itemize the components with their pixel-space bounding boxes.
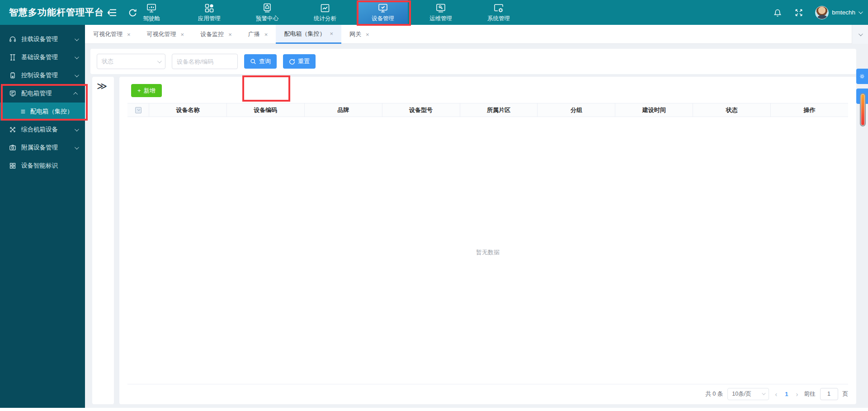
column-header-group[interactable]: 分组 [538,103,615,117]
goto-label: 前往 [804,390,816,398]
avatar [815,6,829,19]
empty-data-text: 暂无数据 [119,248,856,257]
tab-visualization-2[interactable]: 可视化管理× [139,25,193,44]
close-icon[interactable]: × [127,31,131,38]
select-all-checkbox[interactable] [135,107,142,113]
query-button[interactable]: 查询 [244,54,277,69]
page-unit: 页 [843,390,849,398]
tree-collapse-panel: ≫ [92,77,114,404]
pole-icon [9,54,16,61]
current-page[interactable]: 1 [783,391,790,397]
app-grid-icon [204,3,215,14]
system-gear-icon [493,3,504,14]
refresh-icon [289,58,295,65]
total-count: 共 0 条 [705,390,723,398]
tab-broadcast[interactable]: 广播× [240,25,276,44]
status-select[interactable]: 状态 [97,54,165,69]
chevron-down-icon [75,37,79,41]
column-header-actions[interactable]: 操作 [771,103,848,117]
nav-item-cockpit[interactable]: 驾驶舱 [127,0,176,25]
headset-icon [9,36,16,43]
content-area: 状态 查询 重置 ≫ + 新增 设备名称 设备编码 品牌 [85,44,868,408]
column-header-device-name[interactable]: 设备名称 [149,103,227,117]
app-title: 智慧多功能杆管理平台 [9,0,104,25]
chevron-down-icon [75,73,79,77]
ops-tool-icon [435,3,446,14]
controller-icon [9,72,16,79]
camera-icon [9,144,16,151]
sidebar-item-smart-id[interactable]: 设备智能标识 [0,157,85,175]
alert-center-icon [262,3,273,14]
next-page-button[interactable]: › [795,390,800,398]
sidebar-subitem-power-box-central[interactable]: 配电箱（集控） [0,103,85,121]
chevron-down-icon [75,55,79,59]
close-icon[interactable]: × [264,31,268,38]
dashboard-monitor-icon [146,3,157,14]
search-input[interactable] [172,54,238,69]
expand-panel-icon[interactable]: ≫ [97,80,107,92]
stats-chart-icon [320,3,330,14]
notification-bell-icon[interactable] [773,8,783,18]
column-header-area[interactable]: 所属片区 [460,103,538,117]
nav-item-apps[interactable]: 应用管理 [184,0,234,25]
nav-item-statistics[interactable]: 统计分析 [300,0,350,25]
footer-divider [127,384,848,384]
topbar-right: bmtechh [773,0,862,25]
tab-device-monitor[interactable]: 设备监控× [192,25,240,44]
close-icon[interactable]: × [330,30,333,37]
fullscreen-icon[interactable] [794,8,803,17]
chevron-down-icon [859,9,863,14]
chevron-down-icon [75,145,79,149]
reset-button[interactable]: 重置 [283,54,316,69]
page-size-select[interactable]: 10条/页 [727,388,769,400]
device-monitor-check-icon [377,3,388,14]
sidebar-item-basic-devices[interactable]: 基础设备管理 [0,48,85,66]
nav-item-device-mgmt[interactable]: 设备管理 [358,0,408,25]
tab-overflow-button[interactable] [852,25,868,44]
main-nav: 驾驶舱 应用管理 预警中心 统计分析 设备管理 [127,0,532,25]
nav-item-ops-mgmt[interactable]: 运维管理 [416,0,466,25]
sidebar-item-cabinet-devices[interactable]: 综合机箱设备 [0,121,85,139]
sidebar-item-mounted-devices[interactable]: 挂载设备管理 [0,30,85,48]
username: bmtechh [832,9,855,16]
settings-float-button[interactable] [856,69,868,84]
list-icon [20,108,26,115]
close-icon[interactable]: × [366,31,369,38]
page-bottom-strip [0,408,868,411]
table-header: 设备名称 设备编码 品牌 设备型号 所属片区 分组 建设时间 状态 操作 [127,103,848,117]
search-icon [250,58,256,65]
nav-item-alert-center[interactable]: 预警中心 [242,0,292,25]
chevron-down-icon [75,127,79,131]
sidebar: 挂载设备管理 基础设备管理 控制设备管理 配电箱管理 配电箱（集控） 综合机箱设… [0,25,85,408]
tab-gateway[interactable]: 网关× [341,25,377,44]
nav-item-system-mgmt[interactable]: 系统管理 [474,0,524,25]
add-button[interactable]: + 新增 [131,84,162,97]
sidebar-item-power-box-mgmt[interactable]: 配电箱管理 [0,84,85,103]
top-navbar: 智慧多功能杆管理平台 驾驶舱 应用管理 预警中心 [0,0,868,25]
cross-arrows-icon [9,126,16,133]
user-menu[interactable]: bmtechh [815,6,862,19]
goto-page-input[interactable] [820,388,838,400]
close-icon[interactable]: × [181,31,184,38]
prev-page-button[interactable]: ‹ [774,390,778,398]
chevron-down-icon [859,32,863,36]
column-header-brand[interactable]: 品牌 [305,103,382,117]
power-box-icon [9,90,16,97]
column-header-model[interactable]: 设备型号 [382,103,460,117]
scrollbar-indicator[interactable] [860,93,866,126]
column-header-status[interactable]: 状态 [693,103,771,117]
gear-icon [859,73,866,80]
plus-icon: + [137,87,141,94]
column-header-device-code[interactable]: 设备编码 [227,103,305,117]
filter-panel: 状态 查询 重置 [90,49,856,74]
tab-bar: 可视化管理× 可视化管理× 设备监控× 广播× 配电箱（集控）× 网关× [85,25,868,44]
sidebar-item-control-devices[interactable]: 控制设备管理 [0,66,85,84]
tab-visualization-1[interactable]: 可视化管理× [85,25,139,44]
column-header-build-time[interactable]: 建设时间 [615,103,693,117]
status-select-placeholder: 状态 [102,57,113,65]
chevron-down-icon [157,59,162,63]
sidebar-item-attached-devices[interactable]: 附属设备管理 [0,139,85,157]
tab-power-box-central[interactable]: 配电箱（集控）× [276,25,341,44]
menu-fold-icon[interactable] [108,0,117,25]
close-icon[interactable]: × [228,31,232,38]
